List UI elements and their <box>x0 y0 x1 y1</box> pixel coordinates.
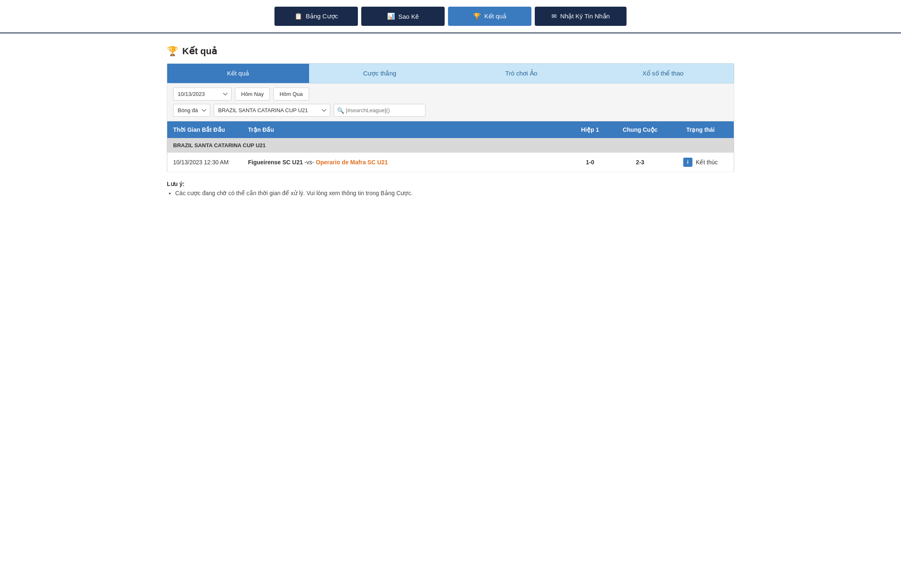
date-select-wrap: 10/13/2023 <box>173 88 232 101</box>
nhat-ky-icon: ✉ <box>551 13 557 20</box>
sao-ke-icon: 📊 <box>387 13 395 20</box>
group-name: BRAZIL SANTA CATARINA CUP U21 <box>167 138 734 153</box>
group-row: BRAZIL SANTA CATARINA CUP U21 <box>167 138 734 153</box>
filter-row-sport: Bóng đá BRAZIL SANTA CATARINA CUP U21 🔍 <box>173 104 728 117</box>
header-match: Trận Đấu <box>242 121 567 138</box>
sao-ke-label: Sao Kê <box>398 13 419 20</box>
bang-cuoc-label: Bảng Cược <box>306 13 338 20</box>
section-title: Kết quả <box>182 46 217 57</box>
header-final: Chung Cuộc <box>613 121 667 138</box>
notes-list: Các cược đang chờ có thể cần thời gian đ… <box>175 190 734 196</box>
filter-row-date: 10/13/2023 Hôm Nay Hôm Qua <box>173 88 728 101</box>
ket-qua-nav-label: Kết quả <box>484 13 506 20</box>
ket-qua-nav-icon: 🏆 <box>473 13 481 20</box>
table-header: Thời Gian Bắt Đầu Trận Đấu Hiệp 1 Chung … <box>167 121 734 138</box>
top-navigation: 📋 Bảng Cược 📊 Sao Kê 🏆 Kết quả ✉ Nhật Ký… <box>0 0 901 33</box>
header-status: Trạng thái <box>667 121 734 138</box>
info-badge[interactable]: i <box>683 158 692 167</box>
search-input[interactable] <box>334 104 425 117</box>
yesterday-button[interactable]: Hôm Qua <box>273 88 309 101</box>
page-content: 🏆 Kết quả Kết quả Cược thắng Trò chơi Ảo… <box>159 33 742 209</box>
notes-title: Lưu ý: <box>167 181 734 187</box>
team-away: Operario de Mafra SC U21 <box>316 159 388 166</box>
section-header: 🏆 Kết quả <box>167 46 734 57</box>
filter-bar: 10/13/2023 Hôm Nay Hôm Qua Bóng đá BRAZI… <box>167 83 734 121</box>
table-row: 10/13/2023 12:30 AMFigueirense SC U21 -v… <box>167 153 734 172</box>
nhat-ky-label: Nhật Ký Tin Nhắn <box>560 13 610 20</box>
bang-cuoc-icon: 📋 <box>294 13 302 20</box>
sport-select[interactable]: Bóng đá <box>173 104 210 117</box>
nav-nhat-ky[interactable]: ✉ Nhật Ký Tin Nhắn <box>535 7 627 26</box>
search-icon: 🔍 <box>337 107 344 114</box>
tabs-container: Kết quả Cược thắng Trò chơi Ảo Xổ số thể… <box>167 63 734 83</box>
tab-tro-choi-ao[interactable]: Trò chơi Ảo <box>450 64 592 83</box>
search-wrap: 🔍 <box>334 104 425 117</box>
nav-sao-ke[interactable]: 📊 Sao Kê <box>361 7 445 26</box>
tab-xo-so[interactable]: Xổ số thể thao <box>592 64 734 83</box>
tab-cuoc-thang[interactable]: Cược thắng <box>309 64 451 83</box>
nav-ket-qua[interactable]: 🏆 Kết quả <box>448 7 531 26</box>
status-text: Kết thúc <box>696 159 718 166</box>
header-half: Hiệp 1 <box>567 121 613 138</box>
match-time: 10/13/2023 12:30 AM <box>167 153 242 172</box>
date-select[interactable]: 10/13/2023 <box>173 88 232 101</box>
section-icon: 🏆 <box>167 46 178 57</box>
final-score: 2-3 <box>613 153 667 172</box>
table-body: BRAZIL SANTA CATARINA CUP U2110/13/2023 … <box>167 138 734 172</box>
match-status: iKết thúc <box>667 153 734 172</box>
nav-bang-cuoc[interactable]: 📋 Bảng Cược <box>274 7 358 26</box>
vs-text: -vs- <box>305 159 314 166</box>
notes-item: Các cược đang chờ có thể cần thời gian đ… <box>175 190 734 196</box>
notes-section: Lưu ý: Các cược đang chờ có thể cần thời… <box>167 181 734 196</box>
results-table: Thời Gian Bắt Đầu Trận Đấu Hiệp 1 Chung … <box>167 121 734 172</box>
tab-ket-qua[interactable]: Kết quả <box>167 64 309 83</box>
team-home: Figueirense SC U21 <box>248 159 303 166</box>
half-score: 1-0 <box>567 153 613 172</box>
today-button[interactable]: Hôm Nay <box>235 88 270 101</box>
match-teams: Figueirense SC U21 -vs- Operario de Mafr… <box>242 153 567 172</box>
header-time: Thời Gian Bắt Đầu <box>167 121 242 138</box>
league-select[interactable]: BRAZIL SANTA CATARINA CUP U21 <box>214 104 330 117</box>
